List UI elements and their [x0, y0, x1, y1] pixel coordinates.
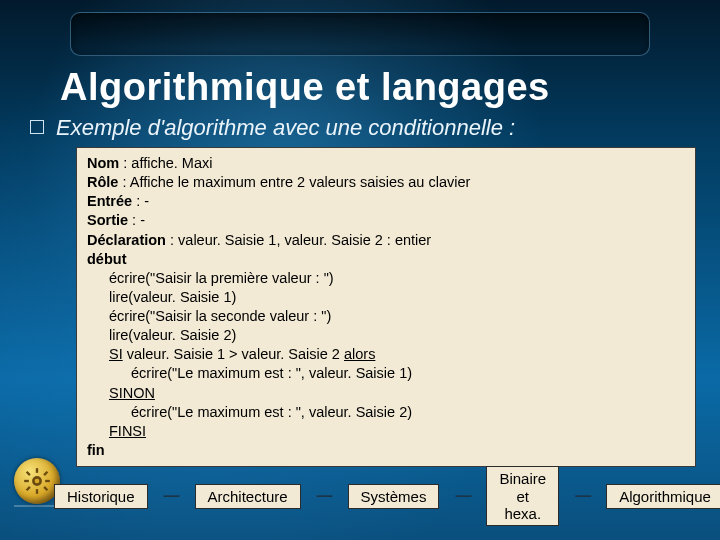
code-line: écrire("Le maximum est : ", valeur. Sais…	[87, 364, 685, 383]
value-nom: : affiche. Maxi	[119, 155, 212, 171]
code-line-if: SI valeur. Saisie 1 > valeur. Saisie 2 a…	[87, 345, 685, 364]
kw-alors: alors	[344, 346, 375, 362]
subtitle-row: Exemple d'algorithme avec une conditionn…	[0, 113, 720, 147]
svg-rect-8	[43, 471, 48, 476]
value-entree: : -	[132, 193, 149, 209]
divider-icon: —	[575, 487, 590, 505]
code-line: lire(valeur. Saisie 2)	[87, 326, 685, 345]
page-title: Algorithmique et langages	[0, 56, 720, 113]
code-line: écrire("Le maximum est : ", valeur. Sais…	[87, 403, 685, 422]
svg-rect-5	[26, 471, 31, 476]
kw-sinon: SINON	[87, 384, 685, 403]
svg-rect-4	[45, 480, 50, 482]
svg-rect-1	[36, 468, 38, 473]
bottom-nav: Historique — Architecture — Systèmes — B…	[54, 466, 700, 526]
nav-systemes[interactable]: Systèmes	[348, 484, 440, 509]
kw-finsi: FINSI	[87, 422, 685, 441]
code-line: écrire("Saisir la première valeur : ")	[87, 269, 685, 288]
divider-icon: —	[164, 487, 179, 505]
value-sortie: : -	[128, 212, 145, 228]
if-condition: valeur. Saisie 1 > valeur. Saisie 2	[123, 346, 344, 362]
decorative-line	[14, 505, 58, 507]
nav-historique[interactable]: Historique	[54, 484, 148, 509]
value-role: : Affiche le maximum entre 2 valeurs sai…	[118, 174, 470, 190]
title-bar-frame	[70, 12, 650, 56]
svg-rect-2	[36, 489, 38, 494]
nav-binaire[interactable]: Binaire et hexa.	[486, 466, 559, 526]
nav-architecture[interactable]: Architecture	[195, 484, 301, 509]
code-line: lire(valeur. Saisie 1)	[87, 288, 685, 307]
label-entree: Entrée	[87, 193, 132, 209]
kw-fin: fin	[87, 442, 105, 458]
label-role: Rôle	[87, 174, 118, 190]
svg-rect-6	[43, 486, 48, 491]
subtitle: Exemple d'algorithme avec une conditionn…	[56, 115, 515, 141]
code-line: écrire("Saisir la seconde valeur : ")	[87, 307, 685, 326]
divider-icon: —	[455, 487, 470, 505]
value-declaration: : valeur. Saisie 1, valeur. Saisie 2 : e…	[166, 232, 431, 248]
gear-icon	[23, 467, 51, 495]
svg-point-9	[35, 479, 40, 484]
svg-rect-3	[24, 480, 29, 482]
label-sortie: Sortie	[87, 212, 128, 228]
kw-si: SI	[109, 346, 123, 362]
bullet-square-icon	[30, 120, 44, 134]
svg-rect-7	[26, 486, 31, 491]
label-declaration: Déclaration	[87, 232, 166, 248]
divider-icon: —	[317, 487, 332, 505]
label-nom: Nom	[87, 155, 119, 171]
nav-algorithmique[interactable]: Algorithmique	[606, 484, 720, 509]
algorithm-box: Nom : affiche. Maxi Rôle : Affiche le ma…	[76, 147, 696, 467]
kw-debut: début	[87, 251, 126, 267]
